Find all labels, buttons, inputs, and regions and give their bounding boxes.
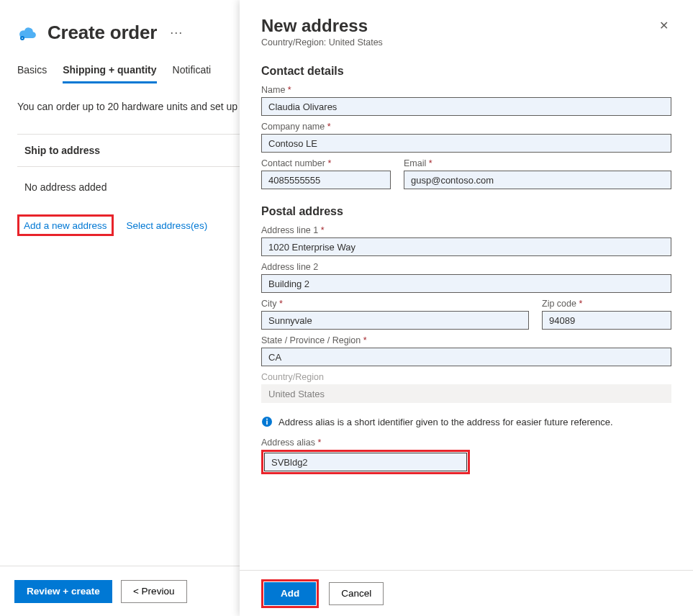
- cancel-button[interactable]: Cancel: [329, 582, 384, 605]
- address-line-1-label: Address line 1: [261, 225, 671, 235]
- add-new-address-link[interactable]: Add a new address: [24, 220, 107, 231]
- contact-number-label: Contact number: [261, 158, 391, 168]
- tab-notifications[interactable]: Notificati: [173, 64, 212, 83]
- add-button-highlight: Add: [261, 579, 319, 608]
- country-input: [261, 384, 671, 403]
- cloud-icon: [17, 24, 37, 42]
- new-address-panel: New address Country/Region: United State…: [240, 0, 693, 616]
- address-line-2-input[interactable]: [261, 274, 671, 293]
- city-label: City: [261, 299, 529, 309]
- zip-label: Zip code: [542, 299, 671, 309]
- review-create-button[interactable]: Review + create: [14, 580, 112, 603]
- panel-footer: Add Cancel: [240, 570, 693, 616]
- panel-subtitle: Country/Region: United States: [261, 37, 383, 47]
- alias-label: Address alias: [261, 438, 470, 448]
- city-input[interactable]: [261, 311, 529, 330]
- panel-title: New address: [261, 16, 383, 36]
- contact-number-input[interactable]: [261, 171, 391, 189]
- country-label: Country/Region: [261, 372, 671, 382]
- contact-details-header: Contact details: [261, 65, 671, 78]
- add-button[interactable]: Add: [264, 582, 316, 605]
- svg-rect-3: [266, 421, 268, 425]
- panel-header: New address Country/Region: United State…: [261, 16, 671, 60]
- address-line-1-input[interactable]: [261, 237, 671, 256]
- zip-input[interactable]: [542, 311, 671, 330]
- address-line-2-label: Address line 2: [261, 262, 671, 272]
- email-input[interactable]: [404, 171, 671, 189]
- add-new-address-highlight: Add a new address: [17, 214, 114, 236]
- postal-address-header: Postal address: [261, 205, 671, 218]
- page-title: Create order: [47, 22, 157, 44]
- name-label: Name: [261, 85, 671, 95]
- close-icon[interactable]: ✕: [656, 16, 671, 35]
- alias-input-highlight: [261, 450, 470, 474]
- alias-info: Address alias is a short identifier give…: [261, 416, 671, 427]
- previous-button[interactable]: < Previou: [121, 580, 187, 603]
- state-input[interactable]: [261, 348, 671, 366]
- overflow-button[interactable]: ···: [167, 25, 186, 40]
- email-label: Email: [404, 158, 671, 168]
- svg-point-1: [22, 37, 23, 39]
- name-input[interactable]: [261, 97, 671, 116]
- select-addresses-link[interactable]: Select address(es): [127, 220, 208, 231]
- company-label: Company name: [261, 122, 671, 132]
- state-label: State / Province / Region: [261, 335, 671, 345]
- info-icon: [261, 416, 273, 427]
- tab-basics[interactable]: Basics: [17, 64, 47, 83]
- svg-point-4: [266, 419, 268, 420]
- alias-info-text: Address alias is a short identifier give…: [278, 417, 613, 427]
- tab-shipping[interactable]: Shipping + quantity: [63, 64, 156, 83]
- company-input[interactable]: [261, 134, 671, 153]
- alias-input[interactable]: [264, 453, 467, 471]
